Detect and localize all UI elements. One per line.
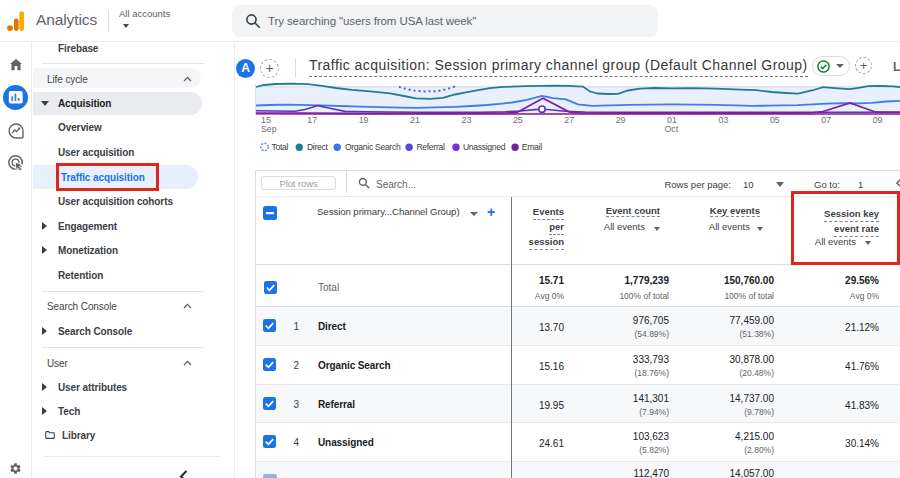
svg-text:Unassigned: Unassigned xyxy=(463,142,506,152)
svg-text:03: 03 xyxy=(719,115,729,125)
svg-text:19: 19 xyxy=(359,115,369,125)
svg-text:29: 29 xyxy=(616,115,626,125)
svg-text:27: 27 xyxy=(564,115,574,125)
svg-text:Total: Total xyxy=(272,142,289,152)
svg-text:07: 07 xyxy=(821,115,831,125)
svg-text:17: 17 xyxy=(307,115,317,125)
svg-text:25: 25 xyxy=(513,115,523,125)
svg-text:Oct: Oct xyxy=(665,124,679,134)
svg-text:23: 23 xyxy=(462,115,472,125)
svg-text:Organic Search: Organic Search xyxy=(345,142,401,152)
svg-text:Referral: Referral xyxy=(416,142,445,152)
svg-text:Email: Email xyxy=(522,142,542,152)
svg-text:09: 09 xyxy=(873,115,883,125)
svg-text:21: 21 xyxy=(410,115,420,125)
svg-text:Sep: Sep xyxy=(261,124,277,134)
svg-text:Direct: Direct xyxy=(307,142,329,152)
svg-text:05: 05 xyxy=(770,115,780,125)
